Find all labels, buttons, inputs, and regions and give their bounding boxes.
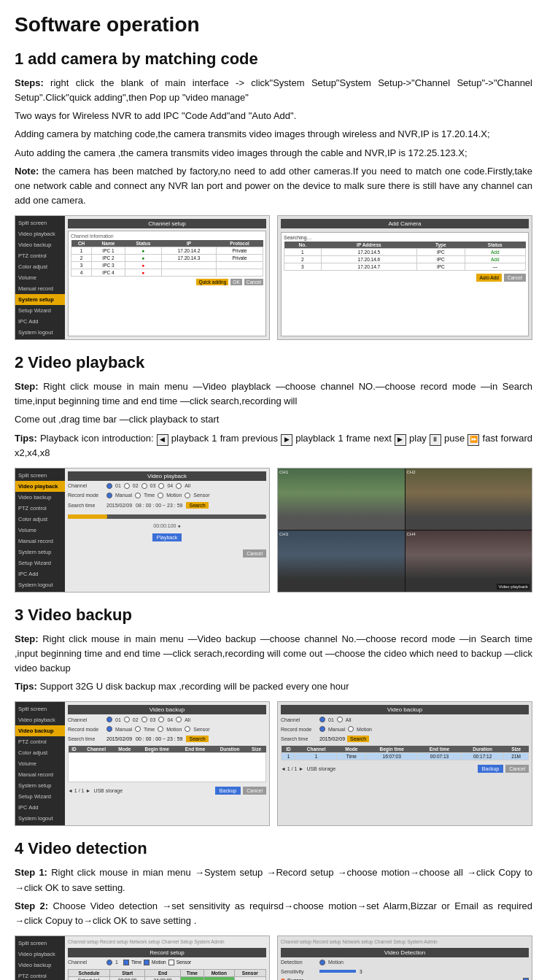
sb2-manual-record[interactable]: Manual record [15, 536, 65, 547]
schedule-table: ScheduleStartEndTimeMotionSensor Schedul… [68, 969, 266, 980]
sb3-video-backup[interactable]: Video backup [15, 725, 65, 736]
backup-table-data: IDChannelModeBegin timeEnd timeDurationS… [281, 746, 529, 760]
add-camera-title: Add Camera [281, 219, 529, 228]
nvr-sidebar-2: Split screen Video playback Video backup… [15, 468, 65, 592]
sidebar-color-adjust[interactable]: Color adjust [15, 261, 65, 272]
sb2-split-screen[interactable]: Split screen [15, 470, 65, 481]
section2-image-right: CH1 CH2 CH3 CH4 Video playback [277, 468, 532, 593]
top-menu-bar-right: Channel setup Record setup Network setup… [281, 939, 529, 944]
sb2-setup-wizard[interactable]: Setup Wizard [15, 557, 65, 568]
sb2-system-logout[interactable]: System logout [15, 579, 65, 590]
cancel-btn-playback[interactable]: Cancel [243, 549, 266, 557]
section1-heading: 1 add camera by matching code [15, 50, 532, 69]
section1-image-left: Split screen Video playback Video backup… [15, 215, 270, 340]
sb4-split-screen[interactable]: Split screen [15, 938, 65, 949]
section-video-playback: 2 Video playback Step: Right click mouse… [15, 353, 532, 593]
sb2-ipc-add[interactable]: IPC Add [15, 568, 65, 579]
sb2-volume[interactable]: Volume [15, 525, 65, 536]
section3-heading: 3 Video backup [15, 606, 532, 625]
close-add-btn[interactable]: Cancel [504, 274, 526, 282]
search-btn-backup[interactable]: Search [186, 736, 208, 742]
playback-title: Video playback [68, 471, 266, 481]
nvr-playback-panel: Video playback Channel 01 02 03 04 All R… [65, 468, 269, 592]
sb2-video-backup[interactable]: Video backup [15, 492, 65, 503]
timeline-progress [68, 514, 107, 519]
nvr-record-setup-panel: Channel setup Record setup Network setup… [65, 936, 269, 980]
sb4-ptz-control[interactable]: PTZ control [15, 971, 65, 980]
section4-step2: Step 2: Choose Video detection →set sens… [15, 899, 532, 928]
icon-next-frame: ▶ [281, 434, 292, 446]
section2-heading: 2 Video playback [15, 353, 532, 372]
sb3-ptz-control[interactable]: PTZ control [15, 736, 65, 747]
nvr-add-camera-panel: Add Camera Searching… No.IP AddressTypeS… [278, 216, 532, 339]
backup-table-empty: IDChannelModeBegin timeEnd timeDurationS… [68, 746, 266, 782]
sidebar-system-setup[interactable]: System setup [15, 294, 65, 305]
section1-steps: Steps: right click the blank of main int… [15, 76, 532, 105]
sidebar-video-playback[interactable]: Video playback [15, 228, 65, 239]
search-btn-playback[interactable]: Search [186, 502, 208, 509]
icon-pause: ⏸ [430, 434, 441, 446]
sb3-setup-wizard[interactable]: Setup Wizard [15, 791, 65, 802]
nvr-backup-panel-empty: Video backup Channel 01 02 03 04 All Rec… [65, 702, 269, 825]
channel-table: CHNameStatusIPProtocol 1IPC 1●17.20.14.2… [71, 240, 263, 277]
section1-line2: Adding camera by matching code,the camer… [15, 127, 532, 142]
playback-btn[interactable]: Playback [152, 533, 182, 541]
cancel-btn-1[interactable]: Cancel [244, 279, 263, 285]
icon-play: ▶ [395, 434, 406, 446]
sb2-video-playback[interactable]: Video playback [15, 481, 65, 492]
sb3-volume[interactable]: Volume [15, 758, 65, 769]
sidebar-system-logout[interactable]: System logout [15, 327, 65, 338]
section2-step: Step: Right click mouse in main menu —Vi… [15, 379, 532, 409]
sidebar-ipc-add[interactable]: IPC Add [15, 316, 65, 327]
cancel-btn-backup[interactable]: Cancel [243, 787, 266, 795]
search-btn-backup-right[interactable]: Search [347, 736, 369, 742]
sb2-color-adjust[interactable]: Color adjust [15, 514, 65, 525]
sidebar-manual-record[interactable]: Manual record [15, 283, 65, 294]
backup-btn-data[interactable]: Backup [478, 765, 503, 773]
section3-image-left: Split screen Video playback Video backup… [15, 701, 270, 826]
sb3-system-setup[interactable]: System setup [15, 780, 65, 791]
sb3-video-playback[interactable]: Video playback [15, 714, 65, 725]
sidebar-ptz-control[interactable]: PTZ control [15, 250, 65, 261]
nvr-title: Channel setup [68, 219, 266, 228]
backup-btn-empty[interactable]: Backup [215, 787, 241, 795]
section-add-camera: 1 add camera by matching code Steps: rig… [15, 50, 532, 340]
camera-view-4ch: CH1 CH2 CH3 CH4 Video playback [278, 468, 532, 592]
sidebar-setup-wizard[interactable]: Setup Wizard [15, 305, 65, 316]
section3-tips: Tips: Support 32G U disk backup max ,rec… [15, 679, 532, 694]
sb2-ptz-control[interactable]: PTZ control [15, 503, 65, 514]
section2-images: Split screen Video playback Video backup… [15, 468, 532, 593]
sb3-system-logout[interactable]: System logout [15, 813, 65, 824]
quick-add-btn[interactable]: Quick adding [196, 279, 228, 285]
section3-images: Split screen Video playback Video backup… [15, 701, 532, 826]
section1-images: Split screen Video playback Video backup… [15, 215, 532, 340]
section4-images: Split screen Video playback Video backup… [15, 935, 532, 980]
section1-image-right: Add Camera Searching… No.IP AddressTypeS… [277, 215, 532, 340]
sb2-system-setup[interactable]: System setup [15, 547, 65, 557]
section4-image-right: Channel setup Record setup Network setup… [277, 935, 532, 980]
nvr-backup-panel-data: Video backup Channel 01 All Record mode … [278, 702, 532, 825]
section1-line3: Auto adding the camera ,the camera trans… [15, 146, 532, 161]
sidebar-split-screen[interactable]: Split screen [15, 217, 65, 228]
auto-add-btn[interactable]: Auto Add [476, 274, 501, 282]
top-menu-bar: Channel setup Record setup Network setup… [68, 939, 266, 944]
sb3-manual-record[interactable]: Manual record [15, 769, 65, 780]
sb4-video-playback[interactable]: Video playback [15, 949, 65, 960]
sb3-ipc-add[interactable]: IPC Add [15, 802, 65, 813]
section-video-backup: 3 Video backup Step: Right click mouse i… [15, 606, 532, 827]
nvr-sidebar-1: Split screen Video playback Video backup… [15, 216, 65, 339]
sidebar-video-backup[interactable]: Video backup [15, 239, 65, 250]
channel-info-box: Channel Information CHNameStatusIPProtoc… [68, 231, 266, 336]
ok-btn-1[interactable]: OK [230, 279, 241, 285]
cancel-btn-backup-right[interactable]: Cancel [505, 765, 529, 773]
section2-tips: Tips: Playback icon introduction: ◀ play… [15, 431, 532, 460]
detection-title: Video Detection [281, 948, 529, 957]
section1-note: Note: the camera has been matched by fac… [15, 164, 532, 208]
sb3-split-screen[interactable]: Split screen [15, 703, 65, 714]
sb3-color-adjust[interactable]: Color adjust [15, 747, 65, 758]
sidebar-volume[interactable]: Volume [15, 272, 65, 283]
record-setup-title: Record setup [68, 948, 266, 957]
sb4-video-backup[interactable]: Video backup [15, 960, 65, 971]
found-cameras-table: No.IP AddressTypeStatus 117.20.14.5IPCAd… [284, 242, 526, 271]
icon-prev-frame: ◀ [157, 434, 168, 446]
